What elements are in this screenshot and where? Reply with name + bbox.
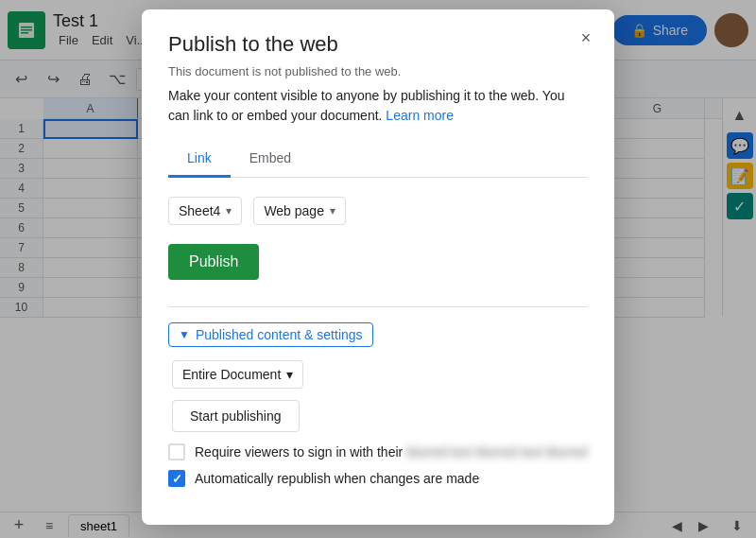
divider: [168, 306, 588, 307]
modal-subtitle: This document is not published to the we…: [168, 64, 588, 78]
tab-bar: Link Embed: [168, 141, 588, 178]
tab-link[interactable]: Link: [168, 141, 231, 178]
modal-description-text: Make your content visible to anyone by p…: [168, 88, 565, 123]
checkbox-row-2: Automatically republish when changes are…: [168, 470, 588, 487]
sheet-dropdown-label: Sheet4: [179, 203, 220, 218]
entire-doc-row: Entire Document ▾: [172, 360, 588, 389]
entire-doc-label: Entire Document: [182, 367, 281, 382]
start-publishing-button[interactable]: Start publishing: [172, 400, 300, 432]
settings-toggle-label: Published content & settings: [196, 327, 363, 342]
close-icon: ×: [581, 28, 592, 48]
blurred-text: blurred text blurred text blurred: [406, 444, 587, 460]
entire-doc-dropdown[interactable]: Entire Document ▾: [172, 360, 303, 389]
dropdowns-row: Sheet4 ▾ Web page ▾: [168, 197, 588, 225]
settings-toggle-arrow: ▼: [179, 328, 190, 341]
require-signin-checkbox[interactable]: [168, 443, 185, 460]
format-dropdown-label: Web page: [264, 203, 324, 218]
modal-overlay: × Publish to the web This document is no…: [0, 0, 756, 538]
settings-toggle[interactable]: ▼ Published content & settings: [168, 322, 373, 347]
require-signin-label: Require viewers to sign in with their bl…: [195, 444, 588, 460]
modal-title: Publish to the web: [168, 32, 588, 57]
format-dropdown-arrow: ▾: [330, 204, 335, 217]
publish-button[interactable]: Publish: [168, 244, 259, 280]
checkbox-row-1: Require viewers to sign in with their bl…: [168, 443, 588, 460]
entire-doc-arrow: ▾: [286, 367, 293, 382]
modal-description: Make your content visible to anyone by p…: [168, 86, 588, 126]
start-publishing-row: Start publishing: [172, 400, 588, 432]
auto-republish-checkbox[interactable]: [168, 470, 185, 487]
format-dropdown[interactable]: Web page ▾: [253, 197, 346, 225]
learn-more-link[interactable]: Learn more: [386, 108, 454, 123]
publish-modal: × Publish to the web This document is no…: [142, 9, 614, 525]
sheet-dropdown[interactable]: Sheet4 ▾: [168, 197, 242, 225]
sheet-dropdown-arrow: ▾: [226, 204, 232, 217]
auto-republish-label: Automatically republish when changes are…: [195, 471, 479, 486]
tab-embed[interactable]: Embed: [231, 141, 310, 178]
settings-section: ▼ Published content & settings Entire Do…: [168, 322, 588, 487]
modal-close-button[interactable]: ×: [573, 25, 599, 51]
